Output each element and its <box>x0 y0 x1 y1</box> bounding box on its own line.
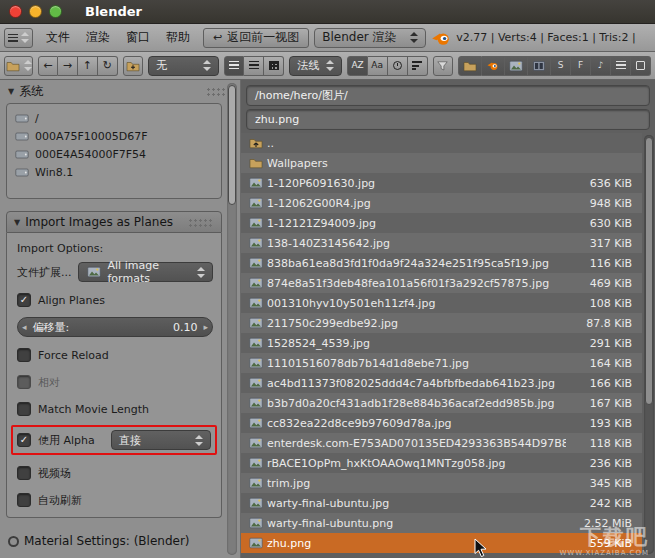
editor-type-select[interactable] <box>4 28 33 48</box>
menu-window[interactable]: 窗口 <box>118 29 158 46</box>
fields-label: 视频场 <box>38 466 71 481</box>
create-directory-button[interactable] <box>123 56 143 76</box>
file-row[interactable]: 874e8a51f3deb48fea101a56f01f3a292cf57875… <box>241 273 642 293</box>
file-row[interactable]: .. <box>241 133 642 153</box>
window-maximize-button[interactable] <box>49 5 62 18</box>
file-row[interactable]: rBACE1OpPm_hxKtOAAOwq1MNTzg058.jpg236 Ki… <box>241 453 642 473</box>
file-row[interactable]: 001310hyv10y501eh11zf4.jpg108 KiB <box>241 293 642 313</box>
system-bookmark[interactable]: / <box>7 109 221 127</box>
file-row[interactable]: 11101516078db7b14d1d8ebe71.jpg164 KiB <box>241 353 642 373</box>
file-size: 166 KiB <box>566 377 632 390</box>
match-movie-length-checkbox[interactable]: Match Movie Length <box>17 400 211 418</box>
sort-alpha-button[interactable]: AZ <box>347 56 367 76</box>
panel-grip-icon[interactable] <box>188 218 214 227</box>
file-list-scrollbar[interactable] <box>644 135 654 554</box>
match-movie-length-label: Match Movie Length <box>38 403 149 416</box>
drive-icon <box>14 167 30 178</box>
file-row[interactable]: enterdesk.com-E753AD070135ED4293363B544D… <box>241 433 642 453</box>
refresh-button[interactable]: ↻ <box>98 56 118 76</box>
filter-blank-button[interactable] <box>631 56 651 76</box>
filter-folders-button[interactable] <box>458 56 482 76</box>
file-size: 636 KiB <box>566 177 632 190</box>
file-row[interactable]: cc832ea22d8ce9b97609d78a.jpg193 KiB <box>241 413 642 433</box>
file-row[interactable]: 138-140Z3145642.jpg317 KiB <box>241 233 642 253</box>
material-settings-panel-header[interactable]: Material Settings: (Blender) <box>0 530 240 552</box>
file-row[interactable]: 1-12121Z94009.jpg630 KiB <box>241 213 642 233</box>
recent-folders-select[interactable]: 无 <box>148 56 219 76</box>
image-icon <box>248 237 264 249</box>
file-row[interactable]: warty-final-ubuntu.png2.52 MiB <box>241 513 642 533</box>
offset-slider[interactable]: ◂ 偏移量: 0.10 ▸ <box>17 317 213 337</box>
filter-toggle-button[interactable] <box>433 56 453 76</box>
window-titlebar[interactable]: Blender <box>0 0 655 24</box>
image-icon <box>248 297 264 309</box>
window-close-button[interactable] <box>9 5 22 18</box>
file-extension-select[interactable]: All image formats <box>78 262 214 282</box>
file-row[interactable]: Wallpapers <box>241 153 642 173</box>
force-reload-checkbox[interactable]: Force Reload <box>17 346 211 364</box>
parent-directory-button[interactable]: ↑ <box>78 56 98 76</box>
file-row[interactable]: 1-12062G00R4.jpg948 KiB <box>241 193 642 213</box>
fields-checkbox[interactable]: 视频场 <box>17 464 211 482</box>
import-panel-header[interactable]: ▼ Import Images as Planes <box>6 211 222 233</box>
file-row[interactable]: b3b7d0a20cf431adb1f28e884b36acaf2edd985b… <box>241 393 642 413</box>
align-planes-checkbox[interactable]: ✓ Align Planes <box>17 291 211 309</box>
menu-render[interactable]: 渲染 <box>78 29 118 46</box>
file-row[interactable]: ac4bd11373f082025ddd4c7a4bfbfbedab641b23… <box>241 373 642 393</box>
forward-button[interactable]: → <box>58 56 78 76</box>
system-panel-header[interactable]: ▼ 系统 <box>0 80 240 102</box>
file-row[interactable]: zhu.png559 KiB <box>241 533 642 553</box>
system-bookmark[interactable]: Win8.1 <box>7 163 221 181</box>
file-row[interactable]: 838ba61ea8d3fd1f0da9f24a324e251f95ca5f19… <box>241 253 642 273</box>
image-icon <box>248 517 264 529</box>
slider-left-arrow-icon[interactable]: ◂ <box>22 322 27 332</box>
render-engine-select[interactable]: Blender 渲染 <box>314 28 426 48</box>
sort-time-button[interactable] <box>388 56 408 76</box>
filter-movie-button[interactable] <box>528 56 551 76</box>
editor-type-select[interactable] <box>4 56 33 76</box>
file-row[interactable]: warty-final-ubuntu.jpg242 KiB <box>241 493 642 513</box>
image-icon <box>248 397 264 409</box>
back-to-previous-view-button[interactable]: ↩ 返回前一视图 <box>203 28 309 48</box>
file-row[interactable]: 1528524_4539.jpg291 KiB <box>241 333 642 353</box>
filter-image-button[interactable] <box>505 56 528 76</box>
display-long-list-button[interactable] <box>244 56 264 76</box>
image-icon <box>508 60 524 72</box>
system-bookmark[interactable]: 000A75F10005D67F <box>7 127 221 145</box>
menu-bar: 文件渲染窗口帮助 <box>38 29 198 46</box>
relative-checkbox[interactable]: 相对 <box>17 373 211 391</box>
alpha-mode-select[interactable]: 直接 <box>111 430 211 450</box>
display-size-select[interactable]: 法线 <box>289 56 342 76</box>
filter-script-button[interactable]: S <box>551 56 571 76</box>
blender-window: Blender 文件渲染窗口帮助 ↩ 返回前一视图 Blender 渲染 v2.… <box>0 0 655 558</box>
refresh-icon: ↻ <box>103 60 112 71</box>
directory-path-field[interactable]: /home/hero/图片/ <box>246 85 650 106</box>
display-thumbnails-button[interactable] <box>264 56 284 76</box>
sidebar-scrollbar-thumb[interactable] <box>228 85 236 205</box>
filter-font-button[interactable]: F <box>571 56 591 76</box>
file-list-scrollbar-thumb[interactable] <box>645 137 653 405</box>
filter-sound-button[interactable]: ♪ <box>591 56 611 76</box>
sort-size-button[interactable] <box>408 56 428 76</box>
image-icon <box>248 197 264 209</box>
menu-help[interactable]: 帮助 <box>158 29 198 46</box>
system-bookmark[interactable]: 000E4A54000F7F54 <box>7 145 221 163</box>
display-short-list-button[interactable] <box>224 56 244 76</box>
filter-blend-button[interactable] <box>482 56 505 76</box>
file-row[interactable]: trim.jpg345 KiB <box>241 473 642 493</box>
use-alpha-checkbox[interactable]: ✓ 使用 Alpha <box>17 431 106 449</box>
file-row[interactable]: 211750c299edbe92.jpg87.8 KiB <box>241 313 642 333</box>
file-row[interactable]: 1-120P6091630.jpg636 KiB <box>241 173 642 193</box>
slider-right-arrow-icon[interactable]: ▸ <box>203 322 208 332</box>
file-size: 345 KiB <box>566 477 632 490</box>
image-icon <box>248 257 264 269</box>
file-size: 116 KiB <box>566 257 632 270</box>
sidebar-scrollbar[interactable] <box>227 83 237 555</box>
window-minimize-button[interactable] <box>29 5 42 18</box>
back-button[interactable]: ← <box>38 56 58 76</box>
sort-extension-button[interactable]: Aa <box>368 56 388 76</box>
auto-refresh-checkbox[interactable]: 自动刷新 <box>17 491 211 509</box>
filter-text-button[interactable] <box>611 56 631 76</box>
menu-file[interactable]: 文件 <box>38 29 78 46</box>
file-name-field[interactable]: zhu.png <box>246 109 650 130</box>
